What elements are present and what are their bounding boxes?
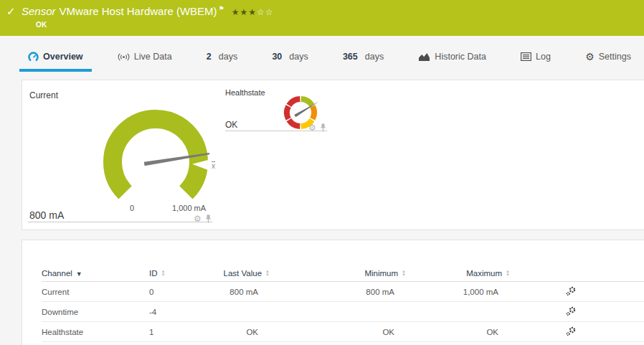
- tab-historic-data[interactable]: Historic Data: [409, 44, 495, 72]
- table-row-healthstate[interactable]: Healthstate 1 OK OK OK: [42, 322, 644, 342]
- channel-settings-button[interactable]: [566, 326, 582, 338]
- cell-last-value: 800 mA: [218, 288, 270, 296]
- tab-365-days-number: 365: [343, 52, 358, 62]
- sensor-title: VMware Host Hardware (WBEM): [60, 5, 217, 17]
- cell-id: 0: [149, 288, 218, 296]
- current-gauge-arc: [113, 119, 199, 192]
- channel-table: Channel▼ ID▲▼ Last Value▲▼ Minimum▲▼ Max…: [42, 265, 644, 342]
- current-gauge-scale-max: 1,000 mA: [172, 204, 206, 212]
- tab-2-days[interactable]: 2 days: [198, 44, 246, 72]
- current-gauge-value: 800 mA: [29, 209, 64, 221]
- column-header-maximum[interactable]: Maximum▲▼: [406, 269, 510, 278]
- cell-maximum: OK: [406, 328, 510, 336]
- channel-settings-button[interactable]: [566, 306, 582, 318]
- cell-minimum: 800 mA: [270, 288, 406, 296]
- healthstate-segment-red-1: [289, 120, 300, 126]
- channel-settings-gears-icon: [566, 326, 576, 336]
- current-gauge-tools: ⚙: [194, 214, 212, 223]
- gauges-graphic: [22, 80, 644, 230]
- healthstate-gauge-needle: [294, 100, 319, 118]
- healthstate-segment-red-3: [289, 99, 300, 105]
- live-data-icon: [118, 52, 130, 62]
- channel-settings-gears-icon: [566, 306, 576, 316]
- healthstate-gauge-pin-icon[interactable]: [320, 123, 326, 132]
- healthstate-segment-orange: [313, 106, 314, 119]
- sensor-status-banner: ✓ SensorVMware Host Hardware (WBEM)⚑★★★☆…: [0, 0, 644, 36]
- healthstate-gauge-value: OK: [225, 120, 237, 130]
- column-header-minimum-label: Minimum: [364, 269, 398, 278]
- tab-log[interactable]: Log: [512, 44, 559, 72]
- column-header-id-label: ID: [149, 269, 158, 278]
- column-header-maximum-label: Maximum: [466, 269, 502, 278]
- sort-toggle-icon: ▲▼: [506, 270, 510, 277]
- sort-toggle-icon: ▲▼: [161, 270, 166, 277]
- column-header-last-value[interactable]: Last Value▲▼: [218, 269, 270, 278]
- cell-channel: Current: [42, 288, 149, 296]
- column-header-minimum[interactable]: Minimum▲▼: [270, 269, 406, 278]
- tab-365-days-unit: days: [365, 52, 384, 62]
- tab-log-label: Log: [536, 52, 551, 62]
- tab-overview-label: Overview: [43, 52, 83, 62]
- sensor-status-text: OK: [36, 21, 47, 29]
- settings-gear-icon: ⚙: [585, 52, 595, 62]
- table-row-downtime[interactable]: Downtime -4: [42, 302, 644, 322]
- cell-id: -4: [149, 308, 218, 316]
- column-header-id[interactable]: ID▲▼: [149, 269, 218, 278]
- healthstate-segment-green: [301, 99, 312, 105]
- gauges-panel: Current Healthstate 0 1,000 mA x 800 mA …: [22, 80, 644, 230]
- sort-desc-icon: ▼: [76, 270, 82, 278]
- channel-settings-gears-icon: [566, 286, 576, 296]
- column-header-last-value-label: Last Value: [224, 269, 262, 278]
- tab-30-days-unit: days: [289, 52, 308, 62]
- current-gauge-mean-label: x: [212, 162, 215, 170]
- flag-icon[interactable]: ⚑: [219, 5, 224, 12]
- healthstate-gauge-tools: ⚙: [308, 123, 326, 132]
- priority-stars[interactable]: ★★★☆☆: [232, 7, 274, 17]
- current-gauge-title: Current: [29, 90, 58, 100]
- historic-data-chart-icon: [418, 52, 430, 62]
- tab-historic-data-label: Historic Data: [435, 52, 486, 62]
- column-header-channel[interactable]: Channel▼: [42, 269, 149, 278]
- healthstate-segment-red-2: [287, 106, 288, 119]
- tab-30-days[interactable]: 30 days: [263, 44, 316, 72]
- cell-maximum: 1,000 mA: [406, 288, 510, 296]
- stars-filled[interactable]: ★★★: [232, 7, 257, 17]
- current-gauge-needle: [144, 151, 210, 166]
- tab-live-data-label: Live Data: [134, 52, 172, 62]
- tab-365-days[interactable]: 365 days: [334, 44, 392, 72]
- tab-30-days-number: 30: [272, 52, 282, 62]
- tab-2-days-number: 2: [207, 52, 212, 62]
- tab-2-days-unit: days: [219, 52, 237, 62]
- current-gauge-divider: [28, 222, 212, 222]
- tab-overview[interactable]: Overview: [19, 44, 92, 72]
- cell-id: 1: [149, 328, 218, 336]
- channels-panel: Channel▼ ID▲▼ Last Value▲▼ Minimum▲▼ Max…: [22, 240, 644, 345]
- current-gauge-scale-min: 0: [130, 204, 134, 212]
- column-header-channel-label: Channel: [42, 269, 72, 278]
- table-row-current[interactable]: Current 0 800 mA 800 mA 1,000 mA: [42, 282, 644, 302]
- log-list-icon: [521, 52, 531, 61]
- ok-check-icon: ✓: [6, 5, 16, 18]
- tab-bar: Overview Live Data 2 days 30 days 365 da…: [0, 44, 644, 72]
- overview-gauge-icon: [28, 52, 39, 62]
- current-gauge-mean-notch: [192, 159, 210, 170]
- healthstate-gauge-title: Healthstate: [225, 88, 265, 97]
- cell-channel: Healthstate: [42, 328, 149, 336]
- current-gauge-gear-icon[interactable]: ⚙: [194, 214, 202, 223]
- channel-settings-button[interactable]: [566, 286, 582, 298]
- cell-minimum: OK: [270, 328, 406, 336]
- sensor-kind-label: Sensor: [22, 5, 56, 17]
- tab-settings-label: Settings: [599, 52, 631, 62]
- stars-empty[interactable]: ☆☆: [257, 7, 274, 17]
- channel-table-header-row: Channel▼ ID▲▼ Last Value▲▼ Minimum▲▼ Max…: [42, 265, 644, 282]
- current-gauge-pin-icon[interactable]: [205, 214, 212, 223]
- tab-settings[interactable]: ⚙ Settings: [577, 44, 640, 72]
- healthstate-gauge-gear-icon[interactable]: ⚙: [308, 123, 316, 132]
- cell-last-value: OK: [218, 328, 270, 336]
- cell-channel: Downtime: [42, 308, 149, 316]
- tab-live-data[interactable]: Live Data: [109, 44, 181, 72]
